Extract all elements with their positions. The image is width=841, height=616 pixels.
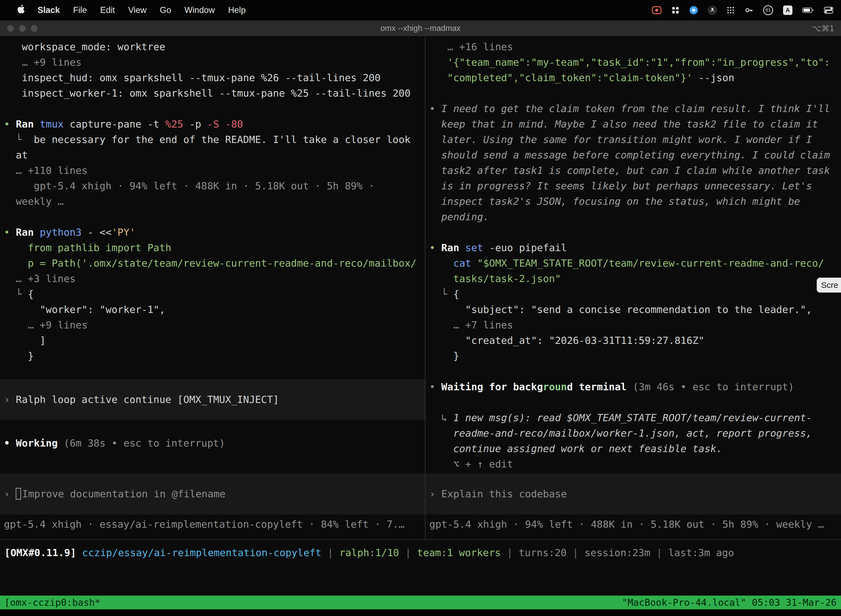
text-segment: "$OMX_TEAM_STATE_ROOT/team/review-curren… xyxy=(471,258,824,269)
text-segment xyxy=(429,258,453,269)
terminal-line: "completed","claim_token":"claim-token"}… xyxy=(425,70,841,85)
right-prompt-input[interactable]: › Explain this codebase xyxy=(425,474,841,515)
close-button[interactable] xyxy=(7,25,14,32)
screen-sharing-pill[interactable]: Scre xyxy=(817,278,841,293)
text-segment: … +16 lines xyxy=(429,41,513,53)
queued-message-banner: › Ralph loop active continue [OMX_TMUX_I… xyxy=(0,379,425,420)
menu-edit[interactable]: Edit xyxy=(94,5,122,15)
hud-spacer xyxy=(0,568,841,595)
text-segment: turns:20 xyxy=(519,547,567,558)
text-segment: (3m 46s • esc to interrupt) xyxy=(627,381,794,392)
right-pane-bottom: › Explain this codebase gpt-5.4 xhigh · … xyxy=(425,474,841,532)
text-segment: session:23m xyxy=(585,547,650,558)
terminal-line xyxy=(425,395,841,410)
text-segment: inspect_hud: omx sparkshell --tmux-pane … xyxy=(4,72,381,84)
screen-recording-indicator-icon[interactable] xyxy=(652,6,662,14)
terminal-line: is in progress? It seems likely but perh… xyxy=(425,178,841,194)
apps-grid-icon[interactable] xyxy=(727,6,734,14)
text-segment: %25 xyxy=(165,119,183,130)
macos-menu-bar: Slack FileEditViewGoWindowHelp 61 A xyxy=(0,0,841,21)
terminal-line: workspace_mode: worktree xyxy=(0,39,425,55)
text-segment: "worker": "worker-1", xyxy=(4,304,165,315)
tmux-session-label: [omx-cczip0:bash* xyxy=(4,597,100,608)
terminal-line: later. Using the same for transition mig… xyxy=(425,132,841,147)
text-segment: inspect task2's JSON, focusing on the st… xyxy=(429,196,800,207)
left-session-footer: gpt-5.4 xhigh · essay/ai-reimplementatio… xyxy=(0,517,425,532)
text-cursor xyxy=(16,488,21,500)
terminal-line: task2 after task1 is complete, but can I… xyxy=(425,163,841,178)
terminal-line xyxy=(0,209,425,224)
menu-view[interactable]: View xyxy=(122,5,153,15)
text-segment: Ran xyxy=(441,242,465,253)
control-center-icon[interactable] xyxy=(824,6,833,14)
password-key-icon[interactable] xyxy=(744,6,753,14)
text-segment: cczip/essay/ai-reimplementation-copyleft xyxy=(82,547,321,558)
menu-left: Slack FileEditViewGoWindowHelp xyxy=(11,4,252,16)
text-segment: last:3m ago xyxy=(668,547,734,558)
text-segment: task2 after task1 is complete, but can I… xyxy=(429,165,830,176)
text-segment: | xyxy=(399,547,417,558)
text-segment: 1 new msg(s): read $OMX_TEAM_STATE_ROOT/… xyxy=(453,412,812,423)
traffic-lights xyxy=(0,25,38,32)
battery-icon[interactable] xyxy=(802,7,814,13)
text-segment: … +3 lines xyxy=(4,273,76,284)
text-segment: "created_at": "2026-03-31T11:59:27.816Z" xyxy=(429,335,705,346)
terminal-line: … +16 lines xyxy=(425,39,841,55)
text-segment: } xyxy=(4,350,34,362)
terminal-line: pending. xyxy=(425,209,841,224)
minimize-button[interactable] xyxy=(19,25,26,32)
window-title: omx --xhigh --madmax xyxy=(0,24,841,33)
text-segment: └ xyxy=(4,134,34,145)
terminal-line: "subject": "send a concise recommendatio… xyxy=(425,302,841,317)
menu-file[interactable]: File xyxy=(66,5,94,15)
dark-app-icon[interactable] xyxy=(708,6,717,15)
text-segment: workspace_mode: worktree xyxy=(4,41,165,53)
text-segment: ↳ xyxy=(429,412,453,423)
terminal-line: ↳ 1 new msg(s): read $OMX_TEAM_STATE_ROO… xyxy=(425,410,841,425)
gauge-icon[interactable]: 61 xyxy=(763,5,773,15)
text-segment: readme-and-reco/mailbox/worker-1.json, a… xyxy=(429,427,812,439)
text-segment: | xyxy=(501,547,519,558)
left-pane-bottom: › Improve documentation in @filename gpt… xyxy=(0,474,425,532)
text-segment: ] xyxy=(4,335,46,346)
text-segment: … +9 lines xyxy=(4,319,88,331)
text-segment: later. Using the same for transition mig… xyxy=(429,134,812,145)
text-segment: Ralph loop active continue [OMX_TMUX_INJ… xyxy=(16,394,279,405)
prompt-placeholder: Improve documentation in @filename xyxy=(22,488,226,500)
terminal-line: └ { xyxy=(425,286,841,302)
window-tiles-icon[interactable] xyxy=(672,6,679,14)
text-segment: Ran xyxy=(16,227,40,238)
input-source-icon[interactable]: A xyxy=(783,6,793,15)
menu-window[interactable]: Window xyxy=(178,5,221,15)
apple-icon xyxy=(17,4,25,16)
text-segment: • xyxy=(429,103,441,114)
text-segment: pending. xyxy=(429,211,489,223)
text-segment: ⌥ + ↑ edit xyxy=(429,458,513,470)
text-segment: continue assigned work or next feasible … xyxy=(429,443,722,454)
terminal-line: p = Path('.omx/state/team/review-current… xyxy=(0,255,425,271)
active-app-name[interactable]: Slack xyxy=(31,5,66,15)
text-segment: - << xyxy=(82,227,111,238)
terminal-line: … +9 lines xyxy=(0,55,425,70)
terminal-line: weekly … xyxy=(0,194,425,209)
text-segment: • xyxy=(429,381,441,392)
text-segment: weekly … xyxy=(4,196,64,207)
blue-app-icon[interactable] xyxy=(689,6,698,15)
terminal-line: continue assigned work or next feasible … xyxy=(425,441,841,456)
left-prompt-input[interactable]: › Improve documentation in @filename xyxy=(0,474,425,515)
terminal-line: } xyxy=(425,348,841,364)
menu-help[interactable]: Help xyxy=(221,5,252,15)
zoom-button[interactable] xyxy=(31,25,38,32)
text-segment: | xyxy=(651,547,668,558)
text-segment: [OMX#0.11.9] xyxy=(4,547,76,558)
terminal-line: inspect_worker-1: omx sparkshell --tmux-… xyxy=(0,85,425,101)
menu-go[interactable]: Go xyxy=(153,5,178,15)
terminal-line xyxy=(0,101,425,116)
text-segment: python3 xyxy=(40,227,82,238)
text-segment: I need to get the claim token from the c… xyxy=(441,103,830,114)
apple-menu[interactable] xyxy=(11,4,31,16)
text-segment: tmux xyxy=(40,119,64,130)
terminal-line: ] xyxy=(0,333,425,348)
text-segment: | xyxy=(321,547,339,558)
terminal-line: … +9 lines xyxy=(0,317,425,333)
